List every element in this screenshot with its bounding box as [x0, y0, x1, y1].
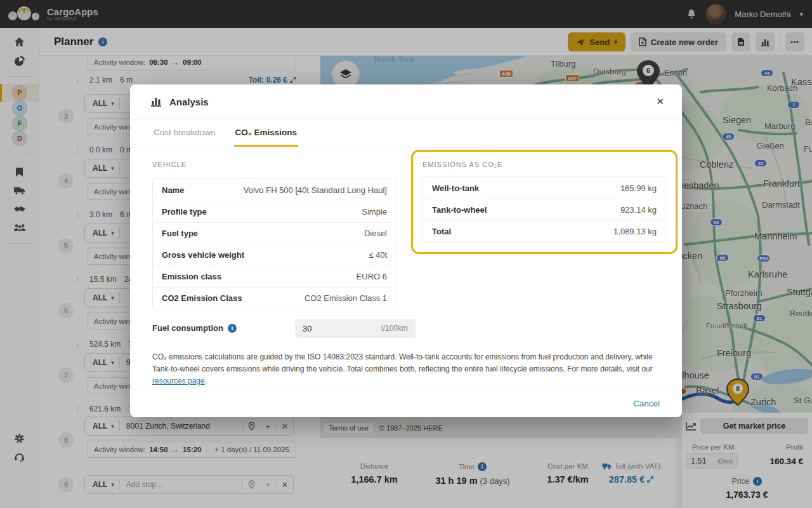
- emissions-row: Well-to-tank165.99 kg: [423, 177, 665, 199]
- vehicle-row-label: Emission class: [162, 272, 221, 281]
- emissions-row-label: Tank-to-wheel: [432, 205, 487, 215]
- fuel-consumption-label: Fuel consumption: [152, 323, 223, 333]
- vehicle-section-label: VEHICLE: [152, 161, 187, 168]
- vehicle-row: Emission classEURO 6: [153, 265, 396, 287]
- fuel-info-icon[interactable]: i: [228, 324, 237, 333]
- analysis-modal: Analysis ✕ Cost breakdown CO₂ Emissions …: [130, 84, 682, 417]
- tab-co2-emissions[interactable]: CO₂ Emissions: [234, 119, 299, 147]
- modal-title: Analysis: [169, 97, 209, 107]
- modal-close-icon[interactable]: ✕: [656, 96, 664, 107]
- vehicle-row-value: ≤ 40t: [369, 250, 387, 260]
- vehicle-row: CO2 Emission ClassCO2 Emission Class 1: [153, 287, 396, 309]
- modal-tabs: Cost breakdown CO₂ Emissions: [130, 119, 682, 147]
- emissions-row-value: 165.99 kg: [620, 184, 657, 193]
- vehicle-row: Gross vehicle weight≤ 40t: [153, 244, 396, 265]
- vehicle-row-value: Simple: [362, 207, 387, 217]
- fuel-consumption-value: 30: [303, 324, 311, 333]
- emissions-section-label: EMISSIONS AS CO₂E: [422, 161, 666, 168]
- vehicle-row: NameVolvo FH 500 [40t Standard Long Haul…: [153, 179, 396, 201]
- vehicle-row-value: CO2 Emission Class 1: [304, 293, 387, 303]
- analysis-bar-chart-icon: [150, 97, 162, 107]
- vehicle-row-value: EURO 6: [357, 272, 387, 281]
- vehicle-row-label: Gross vehicle weight: [162, 250, 244, 260]
- emissions-row: Tank-to-wheel923.14 kg: [423, 199, 665, 220]
- vehicle-row-label: Profile type: [162, 207, 207, 217]
- vehicle-row-label: Name: [162, 185, 184, 195]
- vehicle-row: Fuel typeDiesel: [153, 222, 396, 244]
- vehicle-row-value: Diesel: [364, 229, 387, 238]
- fuel-consumption-row: Fuel consumption i 30 l/100km: [152, 323, 396, 333]
- emissions-row: Total1,089.13 kg: [423, 220, 665, 242]
- tab-cost-breakdown[interactable]: Cost breakdown: [152, 119, 217, 147]
- note-text: CO₂ emissions calculations are guided by…: [152, 352, 653, 373]
- emissions-row-value: 1,089.13 kg: [613, 227, 657, 236]
- note-text-end: .: [205, 377, 207, 385]
- fuel-consumption-unit: l/100km: [381, 324, 408, 333]
- emissions-highlight-box: EMISSIONS AS CO₂E Well-to-tank165.99 kg …: [411, 150, 678, 254]
- vehicle-row: Profile typeSimple: [153, 201, 396, 222]
- vehicle-row-value: Volvo FH 500 [40t Standard Long Haul]: [244, 185, 387, 195]
- fuel-consumption-input[interactable]: 30 l/100km: [295, 319, 416, 338]
- resources-page-link[interactable]: resources page: [152, 377, 205, 385]
- cancel-button[interactable]: Cancel: [633, 399, 660, 408]
- vehicle-row-label: CO2 Emission Class: [162, 293, 242, 303]
- modal-header: Analysis ✕: [130, 84, 682, 119]
- emissions-row-label: Well-to-tank: [432, 184, 479, 193]
- vehicle-table: NameVolvo FH 500 [40t Standard Long Haul…: [152, 178, 396, 309]
- modal-footer: Cancel: [130, 389, 682, 417]
- emissions-table: Well-to-tank165.99 kg Tank-to-wheel923.1…: [422, 177, 666, 243]
- vehicle-row-label: Fuel type: [162, 229, 198, 238]
- emissions-row-value: 923.14 kg: [620, 205, 657, 215]
- emissions-note: CO₂ emissions calculations are guided by…: [152, 351, 663, 387]
- emissions-row-label: Total: [432, 227, 451, 236]
